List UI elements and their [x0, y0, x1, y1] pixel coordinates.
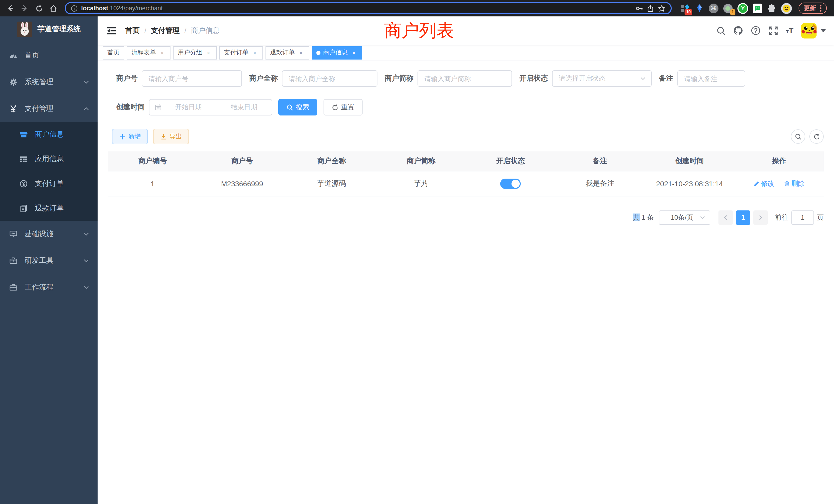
- status-select[interactable]: 请选择开启状态: [552, 70, 652, 87]
- update-label: 更新: [804, 4, 816, 13]
- fullscreen-icon[interactable]: [769, 26, 778, 36]
- sidebar-item-refund-orders[interactable]: 退款订单: [0, 196, 97, 221]
- close-icon[interactable]: ×: [159, 49, 166, 56]
- delete-link[interactable]: 删除: [784, 179, 805, 188]
- ext-chat-icon[interactable]: [753, 3, 762, 13]
- profile-avatar-emoji[interactable]: [781, 3, 792, 14]
- sidebar-item-infrastructure[interactable]: 基础设施: [0, 221, 97, 247]
- field-label: 商户号: [116, 74, 138, 83]
- ext-bookmark-manager-icon[interactable]: 10: [680, 3, 690, 13]
- browser-home-button[interactable]: [47, 2, 60, 14]
- ext-command-icon[interactable]: ⌘: [709, 3, 719, 13]
- goto-page-input[interactable]: [791, 210, 814, 225]
- next-page-button[interactable]: [753, 210, 768, 225]
- sidebar-item-merchant-info[interactable]: 商户信息: [0, 122, 97, 147]
- tab-user-group[interactable]: 用户分组 ×: [173, 46, 217, 59]
- sidebar-item-label: 基础设施: [25, 229, 53, 239]
- table-row: 1 M233666999 芋道源码 芋艿 我是备注 2021-10-23 08:…: [108, 171, 824, 197]
- app-title: 芋道管理系统: [38, 25, 81, 34]
- site-info-icon[interactable]: [71, 5, 78, 12]
- refresh-icon: [813, 133, 820, 140]
- extensions-puzzle-icon[interactable]: [767, 3, 776, 13]
- browser-reload-button[interactable]: [33, 2, 45, 14]
- browser-forward-button[interactable]: [19, 2, 31, 14]
- refresh-table-button[interactable]: [809, 129, 824, 144]
- close-icon[interactable]: ×: [251, 49, 258, 56]
- date-range-picker[interactable]: 开始日期 - 结束日期: [149, 99, 272, 115]
- page-number-1[interactable]: 1: [736, 210, 750, 225]
- page-size-select[interactable]: 10条/页: [659, 210, 710, 225]
- toggle-search-button[interactable]: [791, 129, 805, 144]
- gear-icon: [9, 78, 18, 86]
- table-toolbar: 新增 导出: [108, 129, 824, 144]
- ext-badge: 1: [730, 9, 736, 15]
- cell-full-name: 芋道源码: [287, 171, 376, 197]
- bookmark-star-icon[interactable]: [658, 4, 665, 12]
- short-name-input[interactable]: [418, 70, 512, 87]
- merchant-no-input[interactable]: [142, 70, 242, 87]
- search-button[interactable]: 搜索: [278, 99, 317, 115]
- breadcrumb-separator: /: [184, 26, 186, 35]
- tab-label: 首页: [107, 48, 120, 57]
- breadcrumb-payment[interactable]: 支付管理: [151, 26, 180, 35]
- address-bar[interactable]: localhost:1024/pay/merchant: [65, 2, 672, 14]
- sidebar-item-label: 工作流程: [25, 283, 53, 292]
- header-search-icon[interactable]: [716, 26, 726, 36]
- sidebar-item-pay-orders[interactable]: 支付订单: [0, 171, 97, 196]
- payment-submenu: 商户信息 应用信息 支付订单: [0, 122, 97, 221]
- field-label: 创建时间: [116, 102, 145, 112]
- add-button[interactable]: 新增: [112, 129, 148, 144]
- chevron-left-icon: [723, 215, 728, 220]
- breadcrumb-home[interactable]: 首页: [125, 26, 140, 35]
- edit-link[interactable]: 修改: [753, 179, 774, 188]
- github-icon[interactable]: [733, 26, 743, 36]
- end-date-placeholder: 结束日期: [221, 102, 266, 112]
- font-size-icon[interactable]: тT: [786, 26, 793, 35]
- sidebar-item-workflow[interactable]: 工作流程: [0, 274, 97, 301]
- app-page: 芋道管理系统 首页 系统管理: [0, 17, 834, 504]
- search-icon: [287, 104, 293, 111]
- col-short-name: 商户简称: [376, 152, 466, 171]
- sidebar-fold-icon[interactable]: [106, 25, 117, 36]
- sidebar-item-system[interactable]: 系统管理: [0, 69, 97, 95]
- share-icon[interactable]: [646, 4, 654, 12]
- filter-short-name: 商户简称: [385, 70, 512, 87]
- select-placeholder: 请选择开启状态: [559, 74, 640, 83]
- tab-pay-orders[interactable]: 支付订单 ×: [219, 46, 263, 59]
- goto-prefix: 前往: [775, 213, 788, 222]
- close-icon[interactable]: ×: [350, 49, 357, 56]
- user-menu[interactable]: [801, 23, 826, 38]
- app-logo[interactable]: 芋道管理系统: [0, 17, 97, 42]
- close-icon[interactable]: ×: [205, 49, 212, 56]
- ext-status-icon[interactable]: 1: [723, 3, 733, 13]
- tab-refund-orders[interactable]: 退款订单 ×: [265, 46, 309, 59]
- cell-actions: 修改 删除: [734, 171, 824, 197]
- password-key-icon[interactable]: [635, 4, 643, 12]
- total-count: 1: [641, 213, 645, 221]
- sidebar-item-label: 商户信息: [35, 130, 64, 139]
- full-name-input[interactable]: [282, 70, 377, 87]
- docs-question-icon[interactable]: [751, 26, 761, 36]
- export-button[interactable]: 导出: [153, 129, 189, 144]
- remark-input[interactable]: [677, 70, 745, 87]
- ext-kite-icon[interactable]: [694, 3, 704, 13]
- sidebar-item-home[interactable]: 首页: [0, 42, 97, 69]
- tab-home[interactable]: 首页: [103, 46, 124, 59]
- cell-merchant-id: 1: [108, 171, 197, 197]
- sidebar-item-payment[interactable]: 支付管理: [0, 95, 97, 122]
- tab-merchant-info[interactable]: 商户信息 ×: [312, 46, 362, 59]
- reset-button[interactable]: 重置: [324, 99, 363, 115]
- sidebar-item-app-info[interactable]: 应用信息: [0, 147, 97, 171]
- tab-process-form[interactable]: 流程表单 ×: [127, 46, 171, 59]
- close-icon[interactable]: ×: [297, 49, 305, 56]
- pencil-icon: [753, 181, 760, 187]
- status-toggle[interactable]: [500, 179, 521, 189]
- browser-update-button[interactable]: 更新: [798, 3, 827, 14]
- tab-label: 退款订单: [270, 48, 295, 57]
- annotation-title: 商户列表: [384, 19, 454, 43]
- prev-page-button[interactable]: [719, 210, 733, 225]
- sidebar-item-dev-tools[interactable]: 研发工具: [0, 247, 97, 274]
- browser-back-button[interactable]: [4, 2, 17, 14]
- field-label: 开启状态: [519, 74, 548, 83]
- ext-y-green-icon[interactable]: Y: [738, 3, 748, 14]
